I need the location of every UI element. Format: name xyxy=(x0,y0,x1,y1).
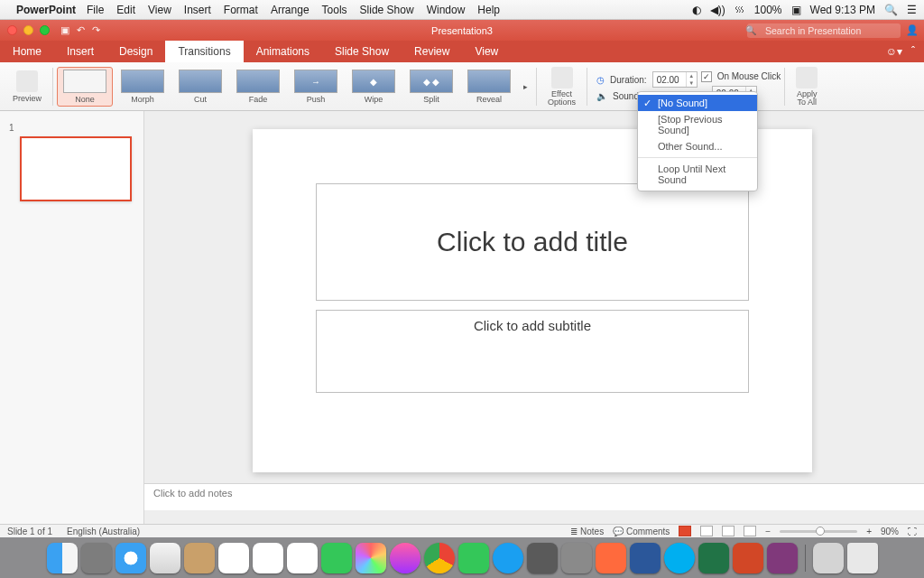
dock-appstore-icon[interactable] xyxy=(493,543,523,573)
transition-none[interactable]: None xyxy=(57,67,113,107)
dock-facetime-icon[interactable] xyxy=(458,543,489,573)
dock-chrome-icon[interactable] xyxy=(424,543,455,573)
sound-option-stop-previous[interactable]: [Stop Previous Sound] xyxy=(638,111,757,138)
dock-skype-icon[interactable] xyxy=(664,543,695,573)
sorter-view-button[interactable] xyxy=(700,526,713,536)
subtitle-placeholder[interactable]: Click to add subtitle xyxy=(316,310,749,393)
ribbon-collapse-icon[interactable]: ˆ xyxy=(911,45,915,58)
duration-up[interactable]: ▲ xyxy=(687,72,697,79)
tab-design[interactable]: Design xyxy=(106,41,165,62)
dock-itunes-icon[interactable] xyxy=(390,543,420,573)
zoom-slider[interactable] xyxy=(780,530,857,533)
menu-slideshow[interactable]: Slide Show xyxy=(360,4,414,16)
apply-to-all-button[interactable]: Apply To All xyxy=(789,62,825,110)
transition-fade[interactable]: Fade xyxy=(230,67,286,107)
menu-tools[interactable]: Tools xyxy=(322,4,347,16)
clock[interactable]: Wed 9:13 PM xyxy=(810,4,875,16)
title-placeholder[interactable]: Click to add title xyxy=(316,183,749,301)
spotlight-icon[interactable]: 🔍 xyxy=(884,4,898,16)
transition-wipe[interactable]: ◆Wipe xyxy=(346,67,402,107)
dock-photos-icon[interactable] xyxy=(356,543,386,573)
duration-input[interactable]: 02.00 ▲▼ xyxy=(652,71,698,88)
menu-arrange[interactable]: Arrange xyxy=(271,4,310,16)
menu-format[interactable]: Format xyxy=(224,4,258,16)
reading-view-button[interactable] xyxy=(722,526,735,536)
dock-calendar-icon[interactable] xyxy=(218,543,249,573)
sound-option-other[interactable]: Other Sound... xyxy=(638,138,757,154)
normal-view-button[interactable] xyxy=(679,526,691,536)
menu-insert[interactable]: Insert xyxy=(184,4,211,16)
zoom-out-button[interactable]: − xyxy=(765,527,771,536)
tab-review[interactable]: Review xyxy=(402,41,462,62)
slide-thumbnail-1[interactable] xyxy=(20,136,132,201)
transition-push[interactable]: →Push xyxy=(288,67,344,107)
menu-window[interactable]: Window xyxy=(427,4,466,16)
transition-fade-label: Fade xyxy=(249,95,268,104)
menu-view[interactable]: View xyxy=(148,4,171,16)
qat-redo-icon[interactable]: ↷ xyxy=(92,24,100,36)
dock-messages-icon[interactable] xyxy=(321,543,352,573)
menu-help[interactable]: Help xyxy=(477,4,500,16)
transition-morph[interactable]: Morph xyxy=(115,67,171,107)
on-mouse-checkbox[interactable]: ✓ xyxy=(701,71,712,82)
gallery-more[interactable]: ▸ xyxy=(519,81,532,92)
account-icon[interactable]: ☺▾ xyxy=(886,45,902,58)
search-icon: 🔍 xyxy=(745,25,756,35)
dock-automator-icon[interactable] xyxy=(561,543,592,573)
fit-to-window-button[interactable]: ⛶ xyxy=(908,527,917,536)
menu-edit[interactable]: Edit xyxy=(116,4,135,16)
qat-save-icon[interactable]: ▣ xyxy=(60,24,69,36)
tab-home[interactable]: Home xyxy=(0,41,54,62)
battery-icon[interactable]: ▣ xyxy=(791,4,801,16)
qat-undo-icon[interactable]: ↶ xyxy=(77,24,85,36)
tab-slideshow[interactable]: Slide Show xyxy=(322,41,402,62)
duration-down[interactable]: ▼ xyxy=(687,79,697,87)
notes-pane[interactable]: Click to add notes xyxy=(144,483,924,510)
preview-icon xyxy=(16,70,38,92)
transition-reveal[interactable]: Reveal xyxy=(461,67,517,107)
dock-launchpad-icon[interactable] xyxy=(81,543,112,573)
dock-systemprefs-icon[interactable] xyxy=(527,543,558,573)
share-icon[interactable]: 👤 xyxy=(906,24,919,36)
close-window-button[interactable] xyxy=(7,25,17,35)
transition-cut[interactable]: Cut xyxy=(172,67,228,107)
transition-split[interactable]: ◆ ◆Split xyxy=(403,67,459,107)
tab-insert[interactable]: Insert xyxy=(54,41,106,62)
dock-safari-icon[interactable] xyxy=(116,543,146,573)
dock-mail-icon[interactable] xyxy=(150,543,180,573)
tab-animations[interactable]: Animations xyxy=(244,41,322,62)
volume-icon[interactable]: ◀)) xyxy=(710,4,725,16)
dock-reminders-icon[interactable] xyxy=(287,543,318,573)
notification-center-icon[interactable]: ☰ xyxy=(907,4,917,16)
notes-toggle[interactable]: ≣ Notes xyxy=(570,527,604,536)
search-input[interactable] xyxy=(747,23,901,38)
dock-excel-icon[interactable] xyxy=(698,543,729,573)
dock-onenote-icon[interactable] xyxy=(767,543,798,573)
zoom-percent[interactable]: 90% xyxy=(881,527,899,536)
dock-notes-icon[interactable] xyxy=(253,543,283,573)
sound-option-loop[interactable]: Loop Until Next Sound xyxy=(638,161,757,188)
dock-word-icon[interactable] xyxy=(630,543,661,573)
slideshow-view-button[interactable] xyxy=(744,526,756,536)
effect-options-button[interactable]: Effect Options xyxy=(541,62,583,110)
zoom-in-button[interactable]: + xyxy=(866,527,872,536)
siri-icon[interactable]: ◐ xyxy=(692,4,701,16)
ribbon-tabs: Home Insert Design Transitions Animation… xyxy=(0,41,924,62)
zoom-window-button[interactable] xyxy=(40,25,50,35)
minimize-window-button[interactable] xyxy=(23,25,33,35)
comments-toggle[interactable]: 💬 Comments xyxy=(613,527,670,536)
dock-trash-icon[interactable] xyxy=(847,543,878,573)
sound-option-no-sound[interactable]: [No Sound] xyxy=(638,95,757,111)
tab-transitions[interactable]: Transitions xyxy=(165,41,243,62)
menu-file[interactable]: File xyxy=(87,4,104,16)
dock-contacts-icon[interactable] xyxy=(184,543,215,573)
app-name[interactable]: PowerPoint xyxy=(16,4,76,16)
wifi-icon[interactable]: ᯾ xyxy=(735,4,745,16)
tab-view[interactable]: View xyxy=(462,41,511,62)
language-indicator[interactable]: English (Australia) xyxy=(67,527,140,536)
dock-photobooth-icon[interactable] xyxy=(596,543,626,573)
dock-finder-icon[interactable] xyxy=(47,543,78,573)
dock-downloads-icon[interactable] xyxy=(813,543,844,573)
dock-powerpoint-icon[interactable] xyxy=(733,543,763,573)
preview-button[interactable]: Preview xyxy=(5,62,49,110)
